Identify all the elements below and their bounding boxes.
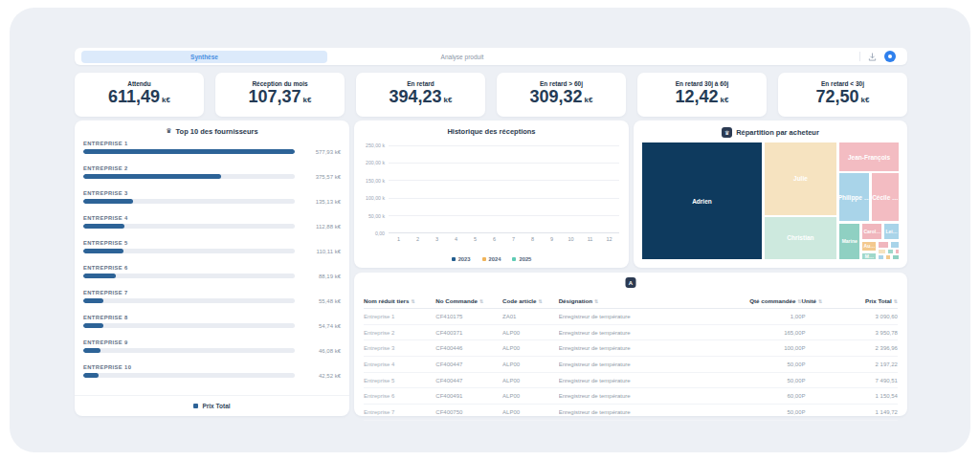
kpi-label: Attendu <box>127 80 151 87</box>
treemap-cell-carol[interactable]: Carol… <box>861 223 882 240</box>
kpi-value: 12,42k€ <box>676 88 729 109</box>
treemap-cell[interactable] <box>890 241 900 249</box>
top10-row-value: 112,88 k€ <box>301 224 341 230</box>
kpi-value: 107,37k€ <box>249 88 312 109</box>
kpi-label: Réception du mois <box>252 80 307 87</box>
top10-row-line: 577,93 k€ <box>83 149 341 155</box>
treemap-cell-jean-fran-ois[interactable]: Jean-François <box>838 142 900 172</box>
treemap-cell-lei[interactable]: Lei… <box>883 223 900 240</box>
column-header[interactable]: Prix Total⇅ <box>836 297 898 304</box>
table-cell: P <box>802 378 836 383</box>
table-cell: 1 149,72 <box>836 409 898 415</box>
crown-badge-icon: ♛ <box>722 127 732 138</box>
column-header[interactable]: Code article⇅ <box>502 297 559 304</box>
treemap-cell-christian[interactable]: Christian <box>764 216 837 261</box>
table-cell: CF400750 <box>435 409 502 415</box>
top10-bar-fill[interactable] <box>83 249 123 253</box>
top10-row-label: ENTREPRISE 4 <box>83 215 341 221</box>
x-tick-label: 12 <box>602 236 616 244</box>
treemap-cell[interactable] <box>885 254 891 260</box>
top10-row-value: 88,19 k€ <box>301 274 341 279</box>
column-header[interactable]: Qté commandée⇅ <box>735 297 802 304</box>
table-cell: 1 150,54 <box>836 393 898 399</box>
top10-row-label: ENTREPRISE 9 <box>83 340 341 345</box>
sort-icon[interactable]: ⇅ <box>411 298 414 304</box>
table-row[interactable]: Entreprise 3CF400446ALP00Enregistreur de… <box>364 340 898 357</box>
tab-analyse-produit[interactable]: Analyse produit <box>329 51 595 63</box>
table-row[interactable]: Entreprise 2CF400371ALP00Enregistreur de… <box>364 325 898 341</box>
kpi-value: 72,50k€ <box>816 88 870 109</box>
column-header-label: Prix Total <box>865 297 892 304</box>
panel-tree-title-text: Répartition par acheteur <box>736 128 819 137</box>
top10-bar-fill[interactable] <box>83 348 100 353</box>
table-cell: P <box>802 314 836 319</box>
treemap-cell-philippe[interactable]: Philippe … <box>838 172 870 222</box>
x-tick-label: 1 <box>391 236 406 244</box>
column-header[interactable]: Unité⇅ <box>802 297 836 304</box>
top10-bar-fill[interactable] <box>83 298 103 303</box>
column-header[interactable]: No Commande⇅ <box>435 297 502 304</box>
treemap-cell-adrien[interactable]: Adrien <box>641 142 763 260</box>
top10-bar-fill[interactable] <box>83 174 221 179</box>
column-header[interactable]: Nom réduit tiers⇅ <box>364 297 435 304</box>
sort-icon[interactable]: ⇅ <box>539 298 543 304</box>
sort-icon[interactable]: ⇅ <box>818 298 822 304</box>
treemap-cell-c-cile[interactable]: Cécile … <box>871 172 900 222</box>
top10-bar-fill[interactable] <box>83 149 295 154</box>
table-cell: Enregistreur de température <box>559 330 735 336</box>
kpi-unit: k€ <box>721 96 729 104</box>
treemap-cell-julie[interactable]: Julie <box>764 142 837 216</box>
table-badge-button[interactable]: A <box>626 277 636 288</box>
crown-icon: ♛ <box>724 129 729 136</box>
treemap-cell-marine[interactable]: Marine <box>838 223 860 260</box>
table-cell: 60,00 <box>735 393 802 399</box>
action-button[interactable] <box>884 51 896 62</box>
table-cell: Entreprise 1 <box>364 314 435 319</box>
treemap-cell[interactable] <box>887 249 894 254</box>
table-cell: Entreprise 5 <box>364 378 435 383</box>
top10-bar-fill[interactable] <box>83 224 124 229</box>
table-row[interactable]: Entreprise 4CF400447ALP00Enregistreur de… <box>364 357 898 373</box>
table-row[interactable]: Entreprise 7CF400750ALP00Enregistreur de… <box>364 405 898 421</box>
table-cell: 50,00 <box>735 361 802 367</box>
top10-bar-fill[interactable] <box>83 323 103 328</box>
treemap-cell[interactable] <box>878 249 886 254</box>
top10-row-value: 577,93 k€ <box>301 149 341 155</box>
tab-synthese[interactable]: Synthèse <box>81 51 327 63</box>
legend-item[interactable]: 2025 <box>512 256 531 262</box>
table-cell: 50,00 <box>735 378 802 383</box>
top10-bar-fill[interactable] <box>83 199 133 204</box>
sort-icon[interactable]: ⇅ <box>479 298 483 304</box>
sort-icon[interactable]: ⇅ <box>894 298 898 304</box>
table-cell: 2 396,96 <box>836 345 898 351</box>
legend-label: 2024 <box>489 256 501 262</box>
treemap-cell[interactable] <box>878 254 884 260</box>
table-row[interactable]: Entreprise 6CF400491ALP00Enregistreur de… <box>364 388 898 405</box>
column-header[interactable]: Désignation⇅ <box>559 297 735 304</box>
top10-bar-fill[interactable] <box>83 373 99 378</box>
x-tick-label: 6 <box>487 236 501 244</box>
treemap-cell[interactable] <box>892 254 900 260</box>
top10-row-line: 375,57 k€ <box>83 174 341 180</box>
sort-icon[interactable]: ⇅ <box>594 298 598 304</box>
treemap-cell[interactable] <box>895 249 900 254</box>
download-button[interactable] <box>867 52 878 62</box>
top10-row-value: 54,74 k€ <box>301 323 341 329</box>
kpi-unit: k€ <box>585 96 593 104</box>
column-header-label: Désignation <box>559 297 592 304</box>
treemap-cell-m[interactable]: M… <box>861 252 877 260</box>
table-cell: CF400446 <box>435 345 502 351</box>
table-row[interactable]: Entreprise 1CF410175ZA01Enregistreur de … <box>364 309 898 325</box>
table-row[interactable]: Entreprise 5CF400447ALP00Enregistreur de… <box>364 373 898 389</box>
legend-item[interactable]: 2024 <box>482 256 501 262</box>
kpi-card: Attendu611,49k€ <box>75 73 204 117</box>
table-cell: 7 490,51 <box>836 378 898 383</box>
top10-bar-fill[interactable] <box>83 274 116 278</box>
kpi-card: Réception du mois107,37k€ <box>215 73 345 117</box>
top10-row-value: 375,57 k€ <box>301 174 341 180</box>
treemap-cell-au[interactable]: Au… <box>861 241 877 252</box>
top10-row: ENTREPRISE 688,19 k€ <box>83 265 341 290</box>
legend-item[interactable]: 2023 <box>452 256 471 262</box>
treemap-cell[interactable] <box>878 241 889 249</box>
top10-row-line: 46,08 k€ <box>83 348 341 354</box>
